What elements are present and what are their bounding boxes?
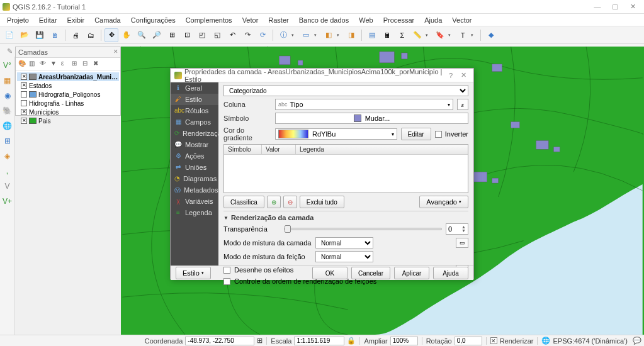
- layers-tree[interactable]: ✕AreasUrbanizadas_MunicipiosA...✕Estados…: [16, 71, 120, 126]
- delete-category-button[interactable]: ⊖: [283, 196, 297, 208]
- layer-row[interactable]: ✕AreasUrbanizadas_MunicipiosA...: [17, 72, 119, 81]
- layer-row[interactable]: ✕Municipios: [17, 108, 119, 116]
- window-maximize-button[interactable]: ▢: [606, 3, 624, 11]
- nav-item-metadados[interactable]: ⓂMetadados: [171, 184, 218, 196]
- add-wms-icon[interactable]: 🌐: [1, 120, 14, 132]
- layer-expr-icon[interactable]: ε: [61, 60, 70, 69]
- blend-layer-select[interactable]: Normal: [315, 237, 373, 248]
- classify-button[interactable]: Classifica: [223, 196, 264, 208]
- bookmark-icon[interactable]: 🔖: [433, 28, 447, 42]
- nav-item-ações[interactable]: ⚙Ações: [171, 150, 218, 162]
- stats-icon[interactable]: Σ: [395, 28, 409, 42]
- blend-feature-select[interactable]: Normal: [315, 251, 373, 262]
- save-project-icon[interactable]: 💾: [33, 28, 47, 42]
- zoom-layer-icon[interactable]: ◱: [210, 28, 224, 42]
- column-select[interactable]: abc Tipo ▾: [275, 99, 453, 110]
- dialog-titlebar[interactable]: Propriedades da camada - AreasUrbanizada…: [171, 69, 473, 82]
- zoom-out-icon[interactable]: 🔎: [150, 28, 164, 42]
- layer-add-group-icon[interactable]: ▥: [29, 60, 38, 69]
- expression-button[interactable]: ε: [457, 99, 468, 110]
- menu-ajuda[interactable]: Ajuda: [420, 15, 446, 25]
- messages-icon[interactable]: 💬: [633, 337, 641, 345]
- layer-expand-icon[interactable]: ⊞: [72, 60, 81, 69]
- crs-label[interactable]: EPSG:4674 ('Dinâmica'): [553, 337, 628, 345]
- add-wfs-icon[interactable]: ◈: [1, 150, 14, 162]
- coord-input[interactable]: [185, 337, 254, 345]
- layer-style-icon[interactable]: 🎨: [18, 60, 27, 69]
- layers-panel-close-icon[interactable]: ✕: [113, 48, 118, 55]
- scale-input[interactable]: [294, 337, 344, 345]
- layer-checkbox[interactable]: ✕: [21, 118, 27, 124]
- zoom-native-icon[interactable]: ⊞: [165, 28, 179, 42]
- new-project-icon[interactable]: 📄: [3, 28, 16, 42]
- menu-camada[interactable]: Camada: [90, 15, 125, 25]
- menu-raster[interactable]: Raster: [264, 15, 293, 25]
- identify-icon[interactable]: ⓘ: [276, 28, 290, 42]
- layer-row[interactable]: ✕Estados: [17, 81, 119, 90]
- nav-item-geral[interactable]: ℹGeral: [171, 82, 218, 94]
- menu-exibir[interactable]: Exibir: [63, 15, 89, 25]
- gradient-invert-checkbox[interactable]: Inverter: [435, 130, 468, 138]
- dialog-close-button[interactable]: ✕: [457, 71, 470, 79]
- layer-row[interactable]: ✕Pais: [17, 116, 119, 125]
- layer-checkbox[interactable]: [21, 91, 27, 98]
- window-minimize-button[interactable]: —: [589, 3, 606, 11]
- layer-checkbox[interactable]: ✕: [21, 74, 27, 80]
- layer-row[interactable]: Hidrografia - Linhas: [17, 99, 119, 108]
- menu-vector[interactable]: Vector: [448, 15, 476, 25]
- layer-collapse-icon[interactable]: ⊟: [82, 60, 91, 69]
- menu-vetor[interactable]: Vetor: [238, 15, 263, 25]
- save-as-icon[interactable]: 🗎: [48, 28, 62, 42]
- dialog-help-button[interactable]: ?: [444, 72, 457, 79]
- print-composer-icon[interactable]: 🖨: [69, 28, 82, 42]
- zoom-in-icon[interactable]: 🔍: [135, 28, 149, 42]
- nav-item-diagramas[interactable]: ◔Diagramas: [171, 173, 218, 184]
- nav-item-legenda[interactable]: ≡Legenda: [171, 207, 218, 218]
- add-category-button[interactable]: ⊕: [267, 196, 281, 208]
- window-close-button[interactable]: ✕: [624, 3, 641, 11]
- add-vector-layer-icon[interactable]: V°: [1, 59, 14, 72]
- zoom-next-icon[interactable]: ↷: [240, 28, 254, 42]
- add-virtual-icon[interactable]: V: [1, 180, 14, 193]
- decorations-icon[interactable]: ◆: [484, 28, 498, 42]
- add-wcs-icon[interactable]: ⊞: [1, 135, 14, 147]
- gradient-edit-button[interactable]: Editar: [401, 128, 431, 140]
- add-raster-layer-icon[interactable]: ▦: [1, 74, 14, 87]
- menu-editar[interactable]: Editar: [35, 15, 62, 25]
- rotation-input[interactable]: [455, 337, 482, 345]
- categories-table[interactable]: Símbolo Valor Legenda: [223, 144, 468, 193]
- menu-projeto[interactable]: Projeto: [3, 15, 33, 25]
- transparency-slider[interactable]: [284, 228, 442, 230]
- pan-to-selection-icon[interactable]: ✋: [120, 28, 133, 42]
- layer-visibility-icon[interactable]: 👁: [40, 60, 48, 69]
- layer-remove-icon[interactable]: ✖: [93, 60, 102, 69]
- style-type-select[interactable]: Categorizado: [223, 85, 468, 96]
- gradient-select[interactable]: RdYlBu ▾: [275, 128, 397, 140]
- apply-button[interactable]: Aplicar: [394, 267, 429, 279]
- nav-item-campos[interactable]: ▦Campos: [171, 116, 218, 128]
- help-button[interactable]: Ajuda: [433, 267, 468, 279]
- scale-lock-icon[interactable]: 🔒: [347, 337, 356, 345]
- text-annotation-icon[interactable]: T: [456, 28, 470, 42]
- coord-extent-icon[interactable]: ⊞: [257, 337, 263, 345]
- pan-icon[interactable]: ✥: [105, 28, 118, 42]
- field-calc-icon[interactable]: 🖩: [380, 28, 394, 42]
- transparency-spinbox[interactable]: 0▲▼: [446, 223, 468, 235]
- new-shapefile-icon[interactable]: V+: [1, 195, 14, 208]
- nav-item-renderização[interactable]: ⟳Renderização: [171, 128, 218, 139]
- nav-item-mostrar[interactable]: 💬Mostrar: [171, 139, 218, 150]
- open-project-icon[interactable]: 📂: [18, 28, 31, 42]
- advanced-button[interactable]: Avançado▾: [419, 196, 468, 208]
- nav-item-estilo[interactable]: 🖌Estilo: [171, 94, 218, 105]
- render-collapse-icon[interactable]: ▼: [223, 215, 229, 221]
- menu-processar[interactable]: Processar: [379, 15, 419, 25]
- layer-checkbox[interactable]: ✕: [21, 82, 27, 89]
- select-icon[interactable]: ▭: [299, 28, 313, 42]
- menu-configuracoes[interactable]: Configurações: [127, 15, 180, 25]
- render-checkbox[interactable]: ✕: [490, 337, 497, 344]
- style-menu-button[interactable]: Estilo▾: [176, 267, 211, 279]
- menu-banco[interactable]: Banco de dados: [295, 15, 354, 25]
- zoom-input[interactable]: [390, 337, 418, 345]
- clear-all-button[interactable]: Exclui tudo: [300, 196, 344, 208]
- crs-icon[interactable]: 🌐: [541, 337, 550, 345]
